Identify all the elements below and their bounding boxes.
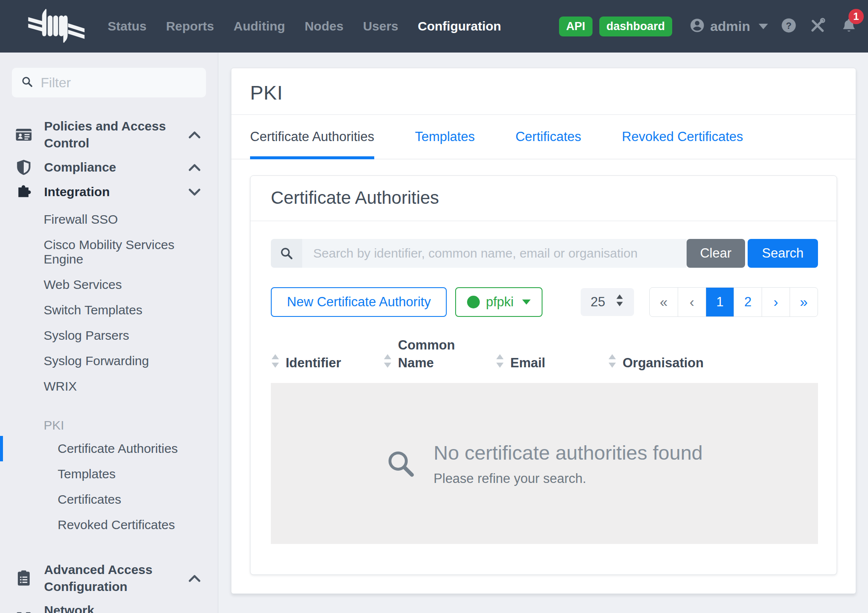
clear-button[interactable]: Clear xyxy=(687,239,745,268)
column-header-identifier[interactable]: Identifier xyxy=(271,336,383,372)
sidebar-item-web-services[interactable]: Web Services xyxy=(0,272,218,297)
chevron-down-icon xyxy=(759,24,768,29)
stepper-icon xyxy=(615,294,624,310)
chevron-up-icon xyxy=(188,131,201,139)
tab-revoked-certificates[interactable]: Revoked Certificates xyxy=(622,115,743,159)
empty-state: No certificate authorities found Please … xyxy=(271,383,818,544)
sidebar-item-firewall-sso[interactable]: Firewall SSO xyxy=(0,207,218,232)
pagination: « ‹ 1 2 › » xyxy=(649,287,818,317)
sidebar-group-network-configuration[interactable]: Network Configuration xyxy=(0,599,218,613)
api-badge[interactable]: API xyxy=(559,17,593,36)
column-header-common-name[interactable]: Common Name xyxy=(383,336,495,372)
nav-link-reports[interactable]: Reports xyxy=(166,19,214,33)
id-card-icon xyxy=(13,126,35,144)
pki-card-body: Certificate Authorities Clear xyxy=(231,159,856,594)
sidebar-group-compliance[interactable]: Compliance xyxy=(0,155,218,180)
empty-state-text: No certificate authorities found Please … xyxy=(434,441,703,486)
nav-link-status[interactable]: Status xyxy=(108,19,147,33)
nav-link-auditing[interactable]: Auditing xyxy=(234,19,285,33)
network-icon xyxy=(13,610,35,613)
main-nav: Status Reports Auditing Nodes Users Conf… xyxy=(108,19,501,33)
sidebar-group-label: Policies and Access Control xyxy=(44,118,179,152)
search-icon xyxy=(271,239,302,268)
page-last-button[interactable]: » xyxy=(790,288,818,316)
sidebar-nav: Policies and Access Control Compliance xyxy=(0,114,218,613)
dashboard-badge[interactable]: dashboard xyxy=(599,17,672,36)
sort-icon xyxy=(383,354,392,368)
svg-text:?: ? xyxy=(786,20,792,31)
certificate-authorities-panel: Certificate Authorities Clear xyxy=(250,175,837,575)
user-icon xyxy=(689,17,705,35)
chevron-up-icon xyxy=(188,574,201,582)
sidebar-bottom-groups: Advanced Access Configuration xyxy=(0,558,218,613)
search-bar: Clear Search xyxy=(271,239,818,268)
sidebar-group-advanced-access-configuration[interactable]: Advanced Access Configuration xyxy=(0,558,218,599)
navbar-right: API dashboard admin ? xyxy=(559,17,857,36)
page-1-button[interactable]: 1 xyxy=(706,288,734,316)
nav-link-configuration[interactable]: Configuration xyxy=(418,19,501,33)
column-label: Identifier xyxy=(286,354,341,372)
ca-selector-label: pfpki xyxy=(486,294,513,310)
pki-card: PKI Certificate Authorities Templates Ce… xyxy=(231,68,856,594)
page-size-select[interactable]: 25 xyxy=(581,288,634,316)
sidebar-group-label: Network Configuration xyxy=(44,602,179,613)
tools-button[interactable] xyxy=(810,17,826,35)
column-header-organisation[interactable]: Organisation xyxy=(608,336,818,372)
sidebar-item-revoked-certificates[interactable]: Revoked Certificates xyxy=(0,512,218,538)
tab-templates[interactable]: Templates xyxy=(415,115,475,159)
sidebar-item-switch-templates[interactable]: Switch Templates xyxy=(0,297,218,323)
table-header-row: Identifier Common Name Email xyxy=(271,336,818,383)
sort-icon xyxy=(495,354,504,368)
notification-count-badge: 1 xyxy=(849,9,864,24)
column-label: Email xyxy=(510,354,545,372)
sidebar-item-templates[interactable]: Templates xyxy=(0,461,218,487)
sidebar-item-syslog-parsers[interactable]: Syslog Parsers xyxy=(0,323,218,348)
sidebar-item-certificate-authorities[interactable]: Certificate Authorities xyxy=(0,436,218,461)
nav-link-nodes[interactable]: Nodes xyxy=(305,19,344,33)
sidebar-item-certificates[interactable]: Certificates xyxy=(0,487,218,512)
sidebar-group-integration[interactable]: Integration xyxy=(0,180,218,204)
magnifier-icon xyxy=(386,449,415,478)
packetfence-logo[interactable] xyxy=(27,6,86,47)
page-prev-button[interactable]: ‹ xyxy=(678,288,706,316)
ca-selector-dropdown[interactable]: pfpki xyxy=(455,287,542,317)
page-2-button[interactable]: 2 xyxy=(734,288,762,316)
tab-certificates[interactable]: Certificates xyxy=(515,115,581,159)
integration-sublist: Firewall SSO Cisco Mobility Services Eng… xyxy=(0,207,218,399)
sidebar-group-policies-and-access-control[interactable]: Policies and Access Control xyxy=(0,114,218,155)
sidebar-item-syslog-forwarding[interactable]: Syslog Forwarding xyxy=(0,348,218,374)
new-certificate-authority-button[interactable]: New Certificate Authority xyxy=(271,287,447,317)
page-next-button[interactable]: › xyxy=(762,288,790,316)
user-name: admin xyxy=(710,19,750,34)
clipboard-icon xyxy=(13,569,35,587)
page-size-value: 25 xyxy=(591,294,605,310)
notifications-button[interactable]: 1 xyxy=(841,17,857,35)
pki-section-label: PKI xyxy=(0,418,218,433)
user-menu[interactable]: admin xyxy=(689,17,768,35)
column-label: Organisation xyxy=(623,354,695,372)
empty-subtitle: Please refine your search. xyxy=(434,471,703,486)
chevron-down-icon xyxy=(522,300,531,305)
page-first-button[interactable]: « xyxy=(650,288,678,316)
sidebar-item-cisco-mobility-services-engine[interactable]: Cisco Mobility Services Engine xyxy=(0,232,218,272)
sidebar-group-label: Advanced Access Configuration xyxy=(44,561,179,595)
column-label: Common Name xyxy=(398,336,470,372)
chevron-down-icon xyxy=(188,188,201,196)
column-header-email[interactable]: Email xyxy=(495,336,608,372)
panel-header: Certificate Authorities xyxy=(250,176,837,221)
panel-title: Certificate Authorities xyxy=(271,188,816,208)
help-button[interactable]: ? xyxy=(781,17,797,35)
nav-link-users[interactable]: Users xyxy=(363,19,398,33)
search-icon xyxy=(21,76,33,89)
search-button[interactable]: Search xyxy=(748,239,818,268)
pki-sublist: Certificate Authorities Templates Certif… xyxy=(0,436,218,538)
tools-icon xyxy=(810,17,826,35)
page-title: PKI xyxy=(250,81,837,104)
filter-input[interactable] xyxy=(41,75,218,91)
tab-certificate-authorities[interactable]: Certificate Authorities xyxy=(250,115,374,159)
search-input[interactable] xyxy=(302,239,687,268)
panel-body: Clear Search New Certificate Authority p… xyxy=(250,221,837,574)
sidebar-group-label: Integration xyxy=(44,183,179,200)
packetfence-logo-icon xyxy=(27,6,86,47)
sidebar-item-wrix[interactable]: WRIX xyxy=(0,374,218,399)
